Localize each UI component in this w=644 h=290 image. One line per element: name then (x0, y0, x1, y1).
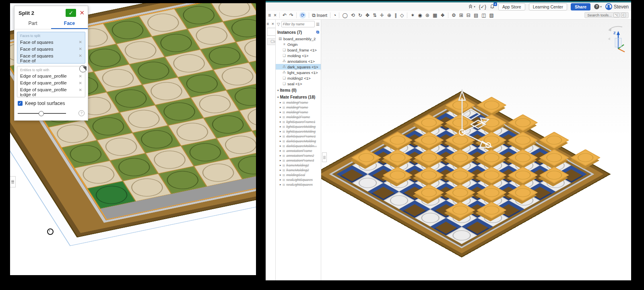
chevron-right-icon[interactable]: ▸ (280, 164, 281, 167)
help-menu-icon[interactable]: ? ▾ (594, 4, 602, 9)
menu-icon[interactable]: ≡ (268, 13, 271, 18)
chevron-right-icon[interactable]: ▸ (280, 106, 281, 109)
history-icon[interactable]: ◔ (333, 13, 336, 18)
chevron-right-icon[interactable]: ▸ (280, 120, 281, 123)
chevron-right-icon[interactable]: ▸ (280, 135, 281, 138)
user-menu[interactable]: Steven (605, 3, 629, 10)
face-list-item[interactable]: Face of squares✕ (17, 52, 85, 59)
interference-icon[interactable]: ⊟ (466, 13, 471, 18)
slider-track[interactable] (18, 113, 66, 114)
entity-list-item[interactable]: Edge of square_profile✕ (17, 86, 85, 93)
parallel-mate-icon[interactable]: ∥ (394, 13, 397, 18)
tree-item-molding2[interactable]: ❏molding2 <1> (276, 75, 321, 81)
mate-connector-triad[interactable] (450, 76, 494, 152)
tree-item-seal[interactable]: ❏seal <1> (276, 81, 321, 86)
mate-feature-row[interactable]: ▸⊞lightSquareFrame1 (276, 119, 321, 124)
clear-button[interactable]: Clear (267, 38, 276, 45)
menu-icon[interactable]: ≡ (266, 21, 269, 26)
mate-feature-row[interactable]: ▸⊞darkSquareFrame1 (276, 134, 321, 139)
mate-feature-row[interactable]: ▸⊞darkSquareMoldin... (276, 144, 321, 148)
slider-mate-icon[interactable]: ✥ (365, 13, 369, 18)
mate-feature-row[interactable]: ▸⊞annotationFrame3 (276, 158, 321, 163)
notifications-bell-icon[interactable]: 4 (490, 4, 495, 10)
section-view-icon[interactable]: ◫ (481, 13, 486, 18)
slider-knob[interactable] (39, 111, 44, 116)
filter-input[interactable] (281, 21, 315, 27)
undo-icon[interactable]: ↶ (283, 13, 287, 18)
chevron-right-icon[interactable]: ▸ (280, 101, 281, 104)
chevron-right-icon[interactable]: ▸ (280, 149, 281, 152)
chevron-right-icon[interactable]: ▸ (280, 159, 281, 162)
filter-funnel-icon[interactable]: ▽ (277, 22, 280, 27)
mate-feature-row[interactable]: ▸⊞sealLightSquares (276, 182, 321, 187)
explode-icon[interactable]: ✶ (411, 13, 415, 18)
mate-feature-row[interactable]: ▸⊞moldingFrame (276, 100, 321, 105)
mate-feature-row[interactable]: ▸⊞lightSquareMolding (276, 124, 321, 129)
mate-feature-row[interactable]: ▸⊞moldingSeal (276, 173, 321, 177)
display-states-icon[interactable]: ▤ (474, 13, 478, 18)
share-button[interactable]: Share (571, 3, 590, 10)
mate-feature-row[interactable]: ▸⊞lightSquareMolding (276, 129, 321, 134)
face-list-item[interactable]: Face of squares✕ (17, 39, 85, 45)
accept-button[interactable]: ✓ (66, 9, 76, 17)
planar-mate-icon[interactable]: ✛ (380, 13, 384, 18)
snapshot-icon[interactable]: ◉ (418, 13, 422, 18)
mate-connector-icon[interactable]: ⊛ (425, 13, 429, 18)
tree-item-dark_squares[interactable]: ⁂dark_squares <1> (276, 64, 321, 70)
keep-tool-surfaces-checkbox[interactable]: ✓ (18, 101, 23, 106)
mate-feature-row[interactable]: ▸⊞moldingFrame (276, 105, 321, 110)
entities-to-split-section[interactable]: Entities to split with Edge of square_pr… (17, 66, 85, 98)
tree-item-board_frame[interactable]: ❏board_frame <1> (276, 47, 321, 53)
tree-item-molding[interactable]: ❏molding <1> (276, 53, 321, 58)
bom-table-icon[interactable]: ⊞ (459, 13, 463, 18)
tab-face[interactable]: Face (51, 19, 88, 29)
mate-feature-row[interactable]: ▸⊞annotationFrame2 (276, 153, 321, 158)
tangent-mate-icon[interactable]: ◇ (400, 13, 404, 18)
chevron-right-icon[interactable]: ▸ (280, 183, 281, 186)
tree-item-light_squares[interactable]: ⁂light_squares <1> (276, 70, 321, 75)
mate-feature-row[interactable]: ▸⊞sealLightSquares (276, 177, 321, 182)
mate-feature-row[interactable]: ▸⊞moldingFrame (276, 110, 321, 115)
feedback-robot-icon[interactable]: ▾ (468, 4, 475, 9)
list-options-icon[interactable]: ☰ (316, 22, 320, 27)
measure-icon[interactable]: ▧ (489, 13, 494, 18)
mate-feature-row[interactable]: ▸⊞darkSquareMolding (276, 139, 321, 144)
mate-feature-row[interactable]: ▸⊞annotationFrame (276, 148, 321, 153)
help-icon[interactable]: ? (78, 110, 85, 116)
pattern-icon[interactable]: ▦ (433, 13, 437, 18)
update-icon[interactable]: ⟳ (299, 12, 306, 19)
entity-list-item[interactable]: Edge of square_profile✕ (17, 73, 85, 80)
chevron-right-icon[interactable]: ▸ (280, 154, 281, 157)
insert-instance-icon[interactable]: ⧉ (316, 30, 319, 35)
chevron-right-icon[interactable]: ▸ (280, 144, 281, 148)
chevron-right-icon[interactable]: ▸ (280, 173, 281, 177)
remove-icon[interactable]: ✕ (79, 88, 82, 92)
app-store-button[interactable]: App Store (498, 3, 525, 10)
history-clock-icon[interactable] (79, 65, 87, 72)
chevron-right-icon[interactable]: ▸ (280, 111, 281, 114)
ball-mate-icon[interactable]: ⇅ (373, 13, 377, 18)
chevron-right-icon[interactable]: ▸ (280, 125, 281, 128)
mate-icon[interactable]: ◯ (342, 13, 347, 18)
chevron-right-icon[interactable]: ▸ (280, 178, 281, 181)
cylindrical-mate-icon[interactable]: ↻ (358, 13, 362, 18)
remove-icon[interactable]: ✕ (79, 47, 82, 51)
tree-item-origin[interactable]: ✳Origin (276, 41, 321, 47)
mate-features-header[interactable]: ▾ Mate Features (18) (276, 93, 321, 100)
mate-feature-row[interactable]: ▸⊞molding2Frame (276, 115, 321, 119)
right-3d-viewport[interactable]: Z (321, 20, 631, 280)
scripting-icon[interactable]: {✓} (479, 4, 486, 10)
fastened-mate-icon[interactable]: ⊕ (387, 13, 391, 18)
faces-to-split-section[interactable]: Faces to split Face of squares✕Face of s… (17, 32, 85, 64)
close-icon[interactable]: × (274, 13, 277, 18)
insert-button[interactable]: ⧉ Insert (312, 13, 327, 18)
configurations-icon[interactable]: ⚙ (452, 13, 456, 18)
chevron-right-icon[interactable]: ▸ (280, 169, 281, 172)
cancel-button[interactable]: ✕ (79, 9, 85, 16)
face-list-item[interactable]: Face of squares✕ (17, 45, 85, 52)
view-orientation-triad[interactable]: Z (606, 24, 628, 55)
chevron-right-icon[interactable]: ▸ (280, 115, 281, 119)
replicate-icon[interactable]: ❖ (440, 13, 445, 18)
mate-feature-row[interactable]: ▸⊞frameMolding2 (276, 163, 321, 168)
remove-icon[interactable]: ✕ (79, 81, 82, 85)
